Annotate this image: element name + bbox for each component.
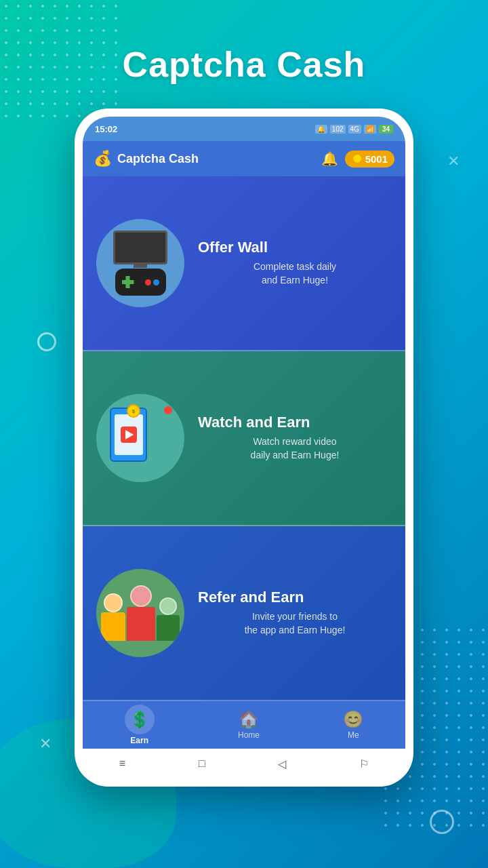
- person3-icon: [157, 597, 180, 641]
- user-button[interactable]: ⚐: [359, 757, 369, 770]
- d-pad-icon: [122, 276, 134, 288]
- watch-subtitle-line1: Watch reward video: [253, 436, 336, 447]
- nav-me[interactable]: 😊 Me: [332, 706, 374, 744]
- watch-earn-subtitle: Watch reward video daily and Earn Huge!: [198, 435, 392, 462]
- refer-earn-card[interactable]: Refer and Earn Invite your friends to th…: [83, 526, 405, 701]
- nav-earn[interactable]: 💲 Earn: [114, 701, 165, 749]
- android-nav-bar: ≡ □ ◁ ⚐: [83, 749, 405, 778]
- menu-button[interactable]: ≡: [119, 757, 125, 770]
- person2-icon: [127, 585, 155, 641]
- game-controller-icon: [113, 231, 167, 296]
- refer-earn-text: Refer and Earn Invite your friends to th…: [198, 589, 392, 637]
- phone-frame: 15:02 🔔 102 4G 📶 34 💰 Captcha Cash 🔔 500…: [75, 108, 413, 787]
- refer-earn-image: [96, 569, 184, 657]
- coin-icon: [352, 153, 363, 164]
- header-left: 💰 Captcha Cash: [94, 150, 199, 167]
- status-time: 15:02: [95, 124, 117, 134]
- offer-wall-text: Offer Wall Complete task daily and Earn …: [198, 239, 392, 287]
- buttons-group: [145, 279, 159, 285]
- notification-dot: [164, 406, 172, 414]
- play-triangle: [125, 430, 134, 439]
- coins-badge: 5001: [345, 151, 394, 167]
- refer-earn-title: Refer and Earn: [198, 589, 392, 606]
- x-mark-left: ✕: [39, 735, 52, 753]
- status-bar: 15:02 🔔 102 4G 📶 34: [83, 117, 405, 141]
- watch-earn-card[interactable]: $ Watch and Earn Watch reward video dail…: [83, 351, 405, 526]
- offer-subtitle-line2: and Earn Huge!: [262, 275, 328, 285]
- people-group-icon: [98, 585, 183, 641]
- offer-wall-title: Offer Wall: [198, 239, 392, 256]
- notification-icon: 🔔: [315, 125, 327, 134]
- person2-body: [127, 607, 155, 641]
- me-nav-label: Me: [348, 730, 359, 740]
- offer-wall-image: [96, 219, 184, 307]
- battery-indicator: 34: [379, 125, 393, 134]
- watch-earn-title: Watch and Earn: [198, 414, 392, 431]
- person3-head: [159, 597, 177, 615]
- header-right: 🔔 5001: [321, 151, 394, 167]
- coins-amount: 5001: [365, 153, 388, 165]
- network-icon: 4G: [348, 125, 361, 134]
- wifi-icon: 📶: [364, 125, 376, 134]
- x-mark-right: ✕: [447, 153, 460, 170]
- watch-earn-image: $: [96, 394, 184, 482]
- blue-button: [153, 279, 159, 285]
- person1-body: [101, 612, 125, 641]
- earn-active-circle: 💲: [125, 705, 155, 734]
- me-icon: 😊: [343, 710, 363, 729]
- controller-icon: [115, 269, 166, 296]
- coin-float-icon: $: [127, 404, 140, 418]
- person1-head: [104, 593, 123, 612]
- watch-subtitle-line2: daily and Earn Huge!: [251, 450, 340, 460]
- bg-circle-bottom-right: [430, 810, 454, 834]
- app-header: 💰 Captcha Cash 🔔 5001: [83, 141, 405, 176]
- main-content: Offer Wall Complete task daily and Earn …: [83, 176, 405, 701]
- tv-icon: [113, 231, 167, 264]
- phone-inner: 15:02 🔔 102 4G 📶 34 💰 Captcha Cash 🔔 500…: [83, 117, 405, 778]
- person2-head: [130, 585, 152, 607]
- header-title: Captcha Cash: [117, 152, 199, 166]
- earn-icon: 💲: [129, 710, 150, 729]
- red-button: [145, 279, 151, 285]
- bottom-nav: 💲 Earn 🏠 Home 😊 Me: [83, 701, 405, 749]
- offer-wall-subtitle: Complete task daily and Earn Huge!: [198, 260, 392, 287]
- video-phone-icon: $: [103, 401, 178, 475]
- bell-icon[interactable]: 🔔: [321, 151, 338, 167]
- play-button-icon: [121, 427, 137, 443]
- signal-icon: 102: [330, 125, 346, 134]
- earn-nav-label: Earn: [130, 736, 148, 745]
- bg-circle-left: [37, 332, 56, 351]
- status-icons: 🔔 102 4G 📶 34: [315, 125, 393, 134]
- home-icon: 🏠: [239, 710, 259, 729]
- app-title: Captcha Cash: [0, 44, 488, 85]
- back-button[interactable]: ◁: [278, 757, 286, 770]
- refer-subtitle-line1: Invite your friends to: [252, 611, 338, 622]
- refer-subtitle-line2: the app and Earn Huge!: [245, 625, 346, 635]
- watch-earn-text: Watch and Earn Watch reward video daily …: [198, 414, 392, 462]
- person1-icon: [101, 593, 125, 641]
- offer-subtitle-line1: Complete task daily: [253, 261, 336, 272]
- app-logo-icon: 💰: [94, 150, 112, 167]
- phone-screen: [115, 414, 143, 455]
- offer-wall-card[interactable]: Offer Wall Complete task daily and Earn …: [83, 176, 405, 351]
- person3-body: [157, 615, 180, 641]
- square-button[interactable]: □: [199, 757, 205, 770]
- home-nav-label: Home: [238, 730, 260, 740]
- refer-earn-subtitle: Invite your friends to the app and Earn …: [198, 610, 392, 637]
- nav-home[interactable]: 🏠 Home: [227, 706, 270, 744]
